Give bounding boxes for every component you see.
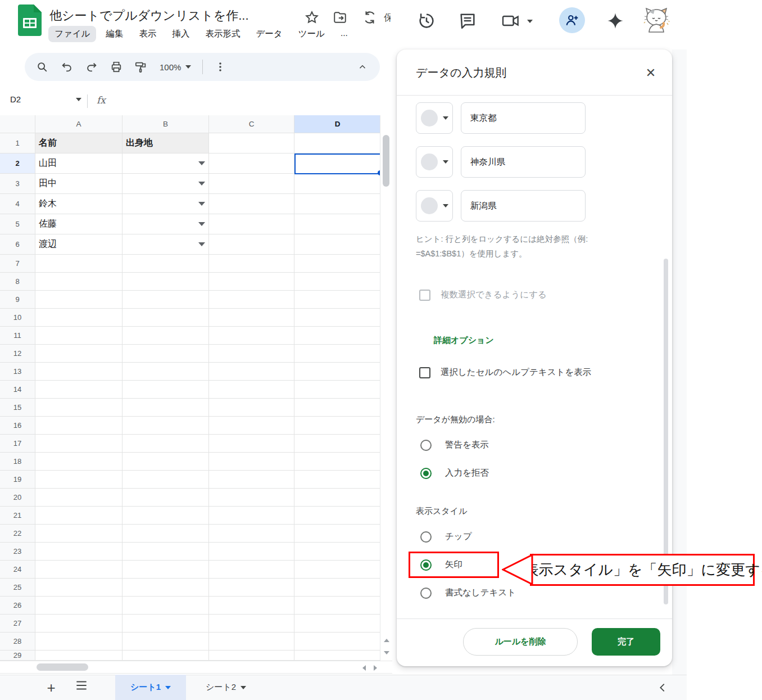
cell-B15[interactable] xyxy=(123,399,209,417)
row-header-16[interactable]: 16 xyxy=(0,417,35,435)
cell-D5[interactable] xyxy=(294,214,381,234)
cell-C5[interactable] xyxy=(209,214,294,234)
cell-D24[interactable] xyxy=(294,561,381,579)
cell-A21[interactable] xyxy=(35,507,123,525)
cell-D6[interactable] xyxy=(294,234,381,255)
move-to-folder-icon[interactable] xyxy=(333,10,347,25)
cell-D22[interactable] xyxy=(294,525,381,543)
cell-A15[interactable] xyxy=(35,399,123,417)
row-header-10[interactable]: 10 xyxy=(0,309,35,327)
star-icon[interactable] xyxy=(305,10,319,25)
cell-D26[interactable] xyxy=(294,597,381,615)
cell-A14[interactable] xyxy=(35,381,123,399)
paint-format-icon[interactable] xyxy=(131,57,151,76)
cell-B11[interactable] xyxy=(123,327,209,345)
cell-D10[interactable] xyxy=(294,309,381,327)
row-header-11[interactable]: 11 xyxy=(0,327,35,345)
column-header-D[interactable]: D xyxy=(294,115,381,133)
collapse-toolbar-chevron-icon[interactable] xyxy=(353,57,372,76)
all-sheets-menu-icon[interactable] xyxy=(74,678,89,693)
cell-D23[interactable] xyxy=(294,543,381,561)
row-header-7[interactable]: 7 xyxy=(0,255,35,273)
cell-C8[interactable] xyxy=(209,273,294,291)
row-header-9[interactable]: 9 xyxy=(0,291,35,309)
row-header-2[interactable]: 2 xyxy=(0,153,35,174)
multi-select-checkbox[interactable] xyxy=(419,290,430,301)
cell-C1[interactable] xyxy=(209,133,294,153)
cell-A9[interactable] xyxy=(35,291,123,309)
option-value-input[interactable]: 東京都 xyxy=(461,102,586,134)
cell-B13[interactable] xyxy=(123,363,209,381)
cell-C7[interactable] xyxy=(209,255,294,273)
cell-D28[interactable] xyxy=(294,633,381,651)
radio-plaintext-style[interactable] xyxy=(420,588,432,599)
cell-B26[interactable] xyxy=(123,597,209,615)
cell-C2[interactable] xyxy=(209,153,294,174)
cell-C21[interactable] xyxy=(209,507,294,525)
cell-C17[interactable] xyxy=(209,435,294,453)
cell-B18[interactable] xyxy=(123,453,209,471)
cell-A29[interactable] xyxy=(35,651,123,661)
cell-D19[interactable] xyxy=(294,471,381,489)
horizontal-scrollbar-thumb[interactable] xyxy=(37,663,88,671)
radio-chip-style[interactable] xyxy=(420,531,432,543)
delete-rule-button[interactable]: ルールを削除 xyxy=(463,628,578,656)
cell-C16[interactable] xyxy=(209,417,294,435)
cell-A6[interactable]: 渡辺 xyxy=(35,234,123,255)
scroll-right-arrow[interactable] xyxy=(374,665,377,671)
cell-C15[interactable] xyxy=(209,399,294,417)
cell-B23[interactable] xyxy=(123,543,209,561)
cell-D16[interactable] xyxy=(294,417,381,435)
cell-C10[interactable] xyxy=(209,309,294,327)
cell-B19[interactable] xyxy=(123,471,209,489)
cell-B5[interactable] xyxy=(123,214,209,234)
radio-show-warning[interactable] xyxy=(420,440,432,451)
cell-D15[interactable] xyxy=(294,399,381,417)
column-header-B[interactable]: B xyxy=(123,115,209,133)
cell-D14[interactable] xyxy=(294,381,381,399)
cell-B12[interactable] xyxy=(123,345,209,363)
menu-format[interactable]: 表示形式 xyxy=(199,26,246,42)
cell-C13[interactable] xyxy=(209,363,294,381)
cell-B25[interactable] xyxy=(123,579,209,597)
option-color-chip-button[interactable] xyxy=(416,146,453,178)
cell-D21[interactable] xyxy=(294,507,381,525)
gemini-sparkle-icon[interactable] xyxy=(607,12,624,29)
panel-scrollbar-thumb[interactable] xyxy=(664,259,668,604)
cell-B6[interactable] xyxy=(123,234,209,255)
grid-corner[interactable] xyxy=(0,115,35,133)
cell-dropdown-caret-icon[interactable] xyxy=(198,161,205,165)
menu-data[interactable]: データ xyxy=(250,26,288,42)
scroll-left-arrow[interactable] xyxy=(362,665,366,671)
cell-D17[interactable] xyxy=(294,435,381,453)
share-button[interactable] xyxy=(559,7,585,33)
sheet-tab-1[interactable]: シート1 xyxy=(115,675,186,700)
cell-C29[interactable] xyxy=(209,651,294,661)
cell-B2[interactable] xyxy=(123,153,209,174)
row-header-1[interactable]: 1 xyxy=(0,133,35,153)
row-header-19[interactable]: 19 xyxy=(0,471,35,489)
close-panel-icon[interactable]: ✕ xyxy=(642,64,660,82)
cell-B21[interactable] xyxy=(123,507,209,525)
menu-tools[interactable]: ツール xyxy=(292,26,331,42)
menu-edit[interactable]: 編集 xyxy=(99,26,129,42)
row-header-4[interactable]: 4 xyxy=(0,194,35,214)
search-icon[interactable] xyxy=(33,57,52,76)
row-header-24[interactable]: 24 xyxy=(0,561,35,579)
cell-C18[interactable] xyxy=(209,453,294,471)
version-history-icon[interactable] xyxy=(417,11,436,30)
cell-A3[interactable]: 田中 xyxy=(35,174,123,194)
cell-C27[interactable] xyxy=(209,615,294,633)
cell-B3[interactable] xyxy=(123,174,209,194)
row-header-14[interactable]: 14 xyxy=(0,381,35,399)
undo-icon[interactable] xyxy=(57,57,76,76)
option-color-chip-button[interactable] xyxy=(416,190,453,222)
cell-D13[interactable] xyxy=(294,363,381,381)
cell-A17[interactable] xyxy=(35,435,123,453)
comment-icon[interactable] xyxy=(458,11,477,30)
cell-C25[interactable] xyxy=(209,579,294,597)
row-header-27[interactable]: 27 xyxy=(0,615,35,633)
cell-B7[interactable] xyxy=(123,255,209,273)
cell-dropdown-caret-icon[interactable] xyxy=(198,222,205,226)
cell-A12[interactable] xyxy=(35,345,123,363)
